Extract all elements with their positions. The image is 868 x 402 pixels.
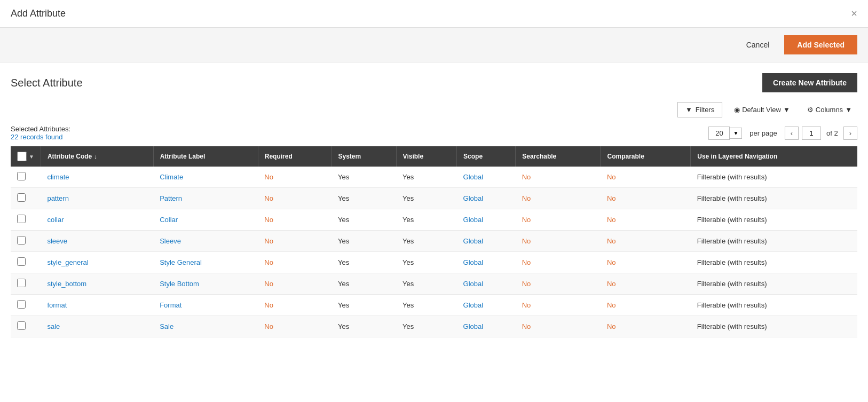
td-scope: Global <box>457 231 516 252</box>
td-visible: Yes <box>396 167 457 188</box>
td-system: Yes <box>332 167 396 188</box>
row-checkbox[interactable] <box>17 193 26 202</box>
th-attribute-label: Attribute Label <box>153 146 258 167</box>
td-navigation: Filterable (with results) <box>691 295 857 316</box>
td-visible: Yes <box>396 252 457 273</box>
td-searchable: No <box>516 167 601 188</box>
td-visible: Yes <box>396 295 457 316</box>
td-searchable: No <box>516 252 601 273</box>
td-code: sale <box>41 316 153 337</box>
th-visible: Visible <box>396 146 457 167</box>
th-scope: Scope <box>457 146 516 167</box>
row-checkbox[interactable] <box>17 236 26 245</box>
td-required: No <box>258 231 332 252</box>
td-checkbox <box>11 273 41 295</box>
checkbox-dropdown-icon[interactable]: ▼ <box>29 154 34 160</box>
td-checkbox <box>11 167 41 188</box>
td-code: style_general <box>41 252 153 273</box>
td-required: No <box>258 252 332 273</box>
add-selected-button[interactable]: Add Selected <box>784 35 857 54</box>
td-visible: Yes <box>396 188 457 209</box>
td-comparable: No <box>601 231 691 252</box>
td-comparable: No <box>601 188 691 209</box>
td-label: Sale <box>153 316 258 337</box>
td-navigation: Filterable (with results) <box>691 252 857 273</box>
pagination: 20 ▼ per page ‹ of 2 › <box>708 127 857 140</box>
td-comparable: No <box>601 209 691 231</box>
td-system: Yes <box>332 295 396 316</box>
view-label: Default View <box>742 106 781 114</box>
sort-icon[interactable]: ↓ <box>94 153 97 160</box>
td-required: No <box>258 316 332 337</box>
td-label: Style Bottom <box>153 273 258 295</box>
td-comparable: No <box>601 252 691 273</box>
row-checkbox[interactable] <box>17 300 26 309</box>
td-code: collar <box>41 209 153 231</box>
th-required: Required <box>258 146 332 167</box>
columns-label: Columns <box>816 106 843 114</box>
table-row: formatFormatNoYesYesGlobalNoNoFilterable… <box>11 295 857 316</box>
td-checkbox <box>11 209 41 231</box>
th-attribute-code: Attribute Code ↓ <box>41 146 153 167</box>
section-header: Select Attribute Create New Attribute <box>0 62 868 98</box>
default-view-button[interactable]: ◉ Default View ▼ <box>729 103 795 117</box>
td-checkbox <box>11 231 41 252</box>
td-checkbox <box>11 188 41 209</box>
table-row: saleSaleNoYesYesGlobalNoNoFilterable (wi… <box>11 316 857 337</box>
td-scope: Global <box>457 209 516 231</box>
td-checkbox <box>11 316 41 337</box>
prev-page-button[interactable]: ‹ <box>785 127 799 140</box>
td-comparable: No <box>601 273 691 295</box>
td-code: format <box>41 295 153 316</box>
modal-title-bar: Add Attribute × <box>0 0 868 28</box>
row-checkbox[interactable] <box>17 257 26 266</box>
per-page-dropdown-button[interactable]: ▼ <box>730 128 742 139</box>
table-row: patternPatternNoYesYesGlobalNoNoFilterab… <box>11 188 857 209</box>
cancel-button[interactable]: Cancel <box>738 36 778 53</box>
td-checkbox <box>11 252 41 273</box>
td-scope: Global <box>457 316 516 337</box>
per-page-label: per page <box>749 129 777 137</box>
per-page-select: 20 ▼ <box>708 127 742 140</box>
table-header-row: ▼ Attribute Code ↓ Attribute Label Requi… <box>11 146 857 167</box>
td-code: climate <box>41 167 153 188</box>
td-code: pattern <box>41 188 153 209</box>
next-page-button[interactable]: › <box>843 127 857 140</box>
th-navigation: Use in Layered Navigation <box>691 146 857 167</box>
td-navigation: Filterable (with results) <box>691 231 857 252</box>
td-searchable: No <box>516 316 601 337</box>
selected-info: Selected Attributes: 22 records found <box>11 125 70 141</box>
section-title: Select Attribute <box>11 77 83 89</box>
td-comparable: No <box>601 316 691 337</box>
per-page-value: 20 <box>708 127 730 140</box>
close-button[interactable]: × <box>851 7 857 20</box>
td-searchable: No <box>516 273 601 295</box>
td-navigation: Filterable (with results) <box>691 167 857 188</box>
th-code-label: Attribute Code <box>48 153 92 160</box>
create-new-attribute-button[interactable]: Create New Attribute <box>762 73 857 92</box>
td-visible: Yes <box>396 273 457 295</box>
columns-button[interactable]: ⚙ Columns ▼ <box>802 103 857 117</box>
row-checkbox[interactable] <box>17 215 26 223</box>
row-checkbox[interactable] <box>17 321 26 330</box>
td-system: Yes <box>332 273 396 295</box>
td-visible: Yes <box>396 316 457 337</box>
td-code: sleeve <box>41 231 153 252</box>
td-required: No <box>258 188 332 209</box>
row-checkbox[interactable] <box>17 279 26 287</box>
attributes-table-wrapper: ▼ Attribute Code ↓ Attribute Label Requi… <box>0 146 868 337</box>
select-all-checkbox[interactable] <box>17 152 27 161</box>
td-system: Yes <box>332 209 396 231</box>
td-system: Yes <box>332 252 396 273</box>
current-page-input[interactable] <box>802 127 821 140</box>
td-searchable: No <box>516 209 601 231</box>
td-checkbox <box>11 295 41 316</box>
row-checkbox[interactable] <box>17 172 26 180</box>
filters-button[interactable]: ▼ Filters <box>677 102 722 117</box>
td-label: Style General <box>153 252 258 273</box>
records-count: 22 records found <box>11 133 63 141</box>
td-searchable: No <box>516 231 601 252</box>
th-checkbox: ▼ <box>11 146 41 167</box>
td-code: style_bottom <box>41 273 153 295</box>
th-searchable: Searchable <box>516 146 601 167</box>
